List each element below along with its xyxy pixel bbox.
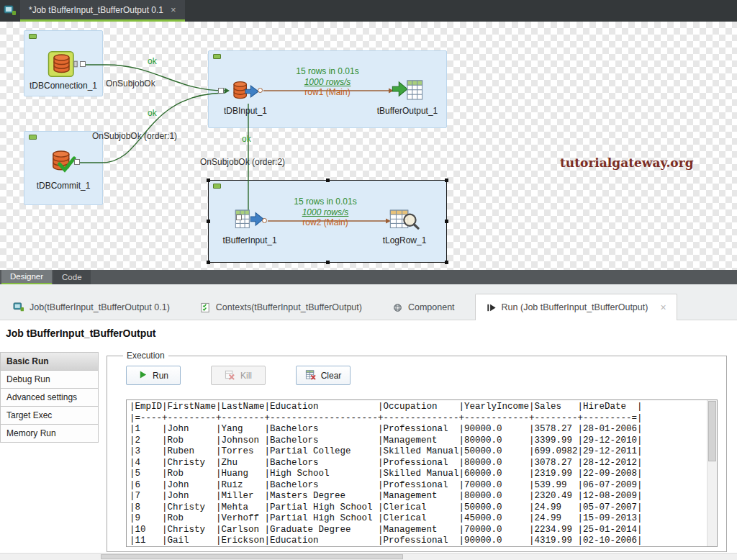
tab-designer-label: Designer <box>10 272 43 281</box>
sidebar-item-basic-run[interactable]: Basic Run <box>0 352 99 371</box>
sidebar-item-debug-run[interactable]: Debug Run <box>0 370 99 389</box>
trigger-connector[interactable] <box>80 61 86 67</box>
editor-tab-close-icon[interactable]: × <box>171 4 176 15</box>
editor-tabbar: *Job tBufferInput_tBufferOutput 0.1 × <box>0 0 737 22</box>
subjob-collapse-indicator[interactable] <box>213 184 221 189</box>
execution-console[interactable]: |EmpID|FirstName|LastName|Education |Occ… <box>126 399 718 547</box>
component-label-tbufferoutput[interactable]: tBufferOutput_1 <box>377 106 438 116</box>
scrollbar-thumb[interactable] <box>101 554 403 559</box>
trigger-connector[interactable] <box>236 214 242 220</box>
component-label-tdbconnection[interactable]: tDBConnection_1 <box>30 81 97 91</box>
editor-tab-job[interactable]: *Job tBufferInput_tBufferOutput 0.1 × <box>20 0 185 22</box>
component-view-icon <box>392 302 403 313</box>
editor-mode-bar: Designer Code <box>0 270 737 284</box>
component-label-tbufferinput[interactable]: tBufferInput_1 <box>222 235 276 245</box>
run-button[interactable]: Run <box>126 366 181 385</box>
tab-component-view-label: Component <box>408 302 455 312</box>
row2-rate: 1000 rows/s <box>302 207 349 217</box>
sidebar-item-memory-run[interactable]: Memory Run <box>0 424 99 443</box>
execution-toolbar: Run Kill Clear <box>126 366 351 385</box>
trigger-connector[interactable] <box>218 88 224 94</box>
watermark-text: tutorialgateway.org <box>560 155 694 170</box>
play-icon <box>138 370 148 381</box>
row2-link-label[interactable]: row2 (Main) <box>302 217 348 227</box>
subjob-collapse-indicator[interactable] <box>213 54 221 59</box>
tdbcommit-icon[interactable] <box>49 148 76 178</box>
row1-rate: 1000 rows/s <box>304 77 351 87</box>
run-tab-close-icon[interactable]: × <box>660 302 666 313</box>
kill-button-label: Kill <box>240 371 252 381</box>
resize-handle[interactable] <box>207 179 210 182</box>
tab-contexts-view-label: Contexts(tBufferInput_tBufferOutput) <box>216 302 362 312</box>
tab-designer[interactable]: Designer <box>1 270 52 284</box>
component-label-tdbcommit[interactable]: tDBCommit_1 <box>37 181 91 191</box>
tab-code-label: Code <box>62 273 82 281</box>
resize-handle[interactable] <box>326 179 330 182</box>
sidebar-item-target-exec[interactable]: Target Exec <box>0 406 99 425</box>
tab-run-view-label: Run (Job tBufferInput_tBufferOutput) <box>502 302 648 312</box>
resize-handle[interactable] <box>445 220 448 223</box>
console-vertical-scrollbar[interactable] <box>707 400 717 546</box>
tab-component-view[interactable]: Component <box>382 295 465 320</box>
subjob-collapse-indicator[interactable] <box>29 135 37 140</box>
execution-group-label: Execution <box>123 351 168 361</box>
row2-stats: 15 rows in 0.01s <box>294 197 356 207</box>
run-view-icon <box>486 302 497 313</box>
clear-button-label: Clear <box>321 371 342 381</box>
tab-run-view[interactable]: Run (Job tBufferInput_tBufferOutput) × <box>475 294 677 320</box>
tab-code[interactable]: Code <box>53 270 91 284</box>
clear-icon <box>305 369 316 382</box>
design-canvas[interactable]: tDBConnection_1 tDBCommit_1 tDBInput_1 t… <box>0 22 737 270</box>
scrollbar-thumb[interactable] <box>708 401 716 461</box>
run-view-panel: Job tBufferInput_tBufferOutput Basic Run… <box>0 320 737 560</box>
row1-stats: 15 rows in 0.01s <box>296 66 358 76</box>
kill-icon <box>225 369 235 382</box>
resize-handle[interactable] <box>207 220 210 223</box>
resize-handle[interactable] <box>445 179 448 182</box>
tdbinput-icon[interactable] <box>231 79 260 106</box>
job-view-icon <box>13 302 24 312</box>
tab-job-view[interactable]: Job(tBufferInput_tBufferOutput 0.1) <box>3 295 180 320</box>
tbufferoutput-icon[interactable] <box>392 76 423 106</box>
view-tabbar: Job(tBufferInput_tBufferOutput 0.1) Cont… <box>0 284 737 320</box>
run-job-title: Job tBufferInput_tBufferOutput <box>6 328 155 339</box>
link-status-ok: ok <box>148 108 157 118</box>
sidebar-item-advanced-settings[interactable]: Advanced settings <box>0 388 99 407</box>
row-connector[interactable] <box>258 88 263 93</box>
component-label-tdbinput[interactable]: tDBInput_1 <box>224 106 267 116</box>
subjob-collapse-indicator[interactable] <box>29 34 37 39</box>
resize-handle[interactable] <box>445 261 448 264</box>
panel-horizontal-scrollbar[interactable] <box>0 553 737 560</box>
tbufferinput-icon[interactable] <box>235 207 265 234</box>
resize-handle[interactable] <box>326 261 330 264</box>
link-label-onsubjobok-order2[interactable]: OnSubjobOk (order:2) <box>200 157 285 167</box>
trigger-connector[interactable] <box>74 159 80 165</box>
component-label-tlogrow[interactable]: tLogRow_1 <box>383 235 427 245</box>
kill-button[interactable]: Kill <box>211 366 266 385</box>
link-label-onsubjobok-order1[interactable]: OnSubjobOk (order:1) <box>92 131 177 141</box>
row1-link-label[interactable]: row1 (Main) <box>304 87 350 97</box>
tab-job-view-label: Job(tBufferInput_tBufferOutput 0.1) <box>30 302 170 312</box>
editor-tab-title: *Job tBufferInput_tBufferOutput 0.1 <box>29 5 163 15</box>
tab-contexts-view[interactable]: Contexts(tBufferInput_tBufferOutput) <box>190 295 372 320</box>
execution-group: Execution Run Kill Clear |EmpID|FirstNam… <box>107 356 727 552</box>
clear-button[interactable]: Clear <box>296 366 351 385</box>
run-sidebar: Basic Run Debug Run Advanced settings Ta… <box>0 353 99 443</box>
link-status-ok: ok <box>242 134 251 144</box>
tdbconnection-icon[interactable] <box>48 50 78 80</box>
row-connector[interactable] <box>262 218 267 223</box>
tlogrow-icon[interactable] <box>389 207 420 234</box>
run-button-label: Run <box>153 371 168 381</box>
link-label-onsubjobok[interactable]: OnSubjobOk <box>106 78 155 89</box>
console-output: |EmpID|FirstName|LastName|Education |Occ… <box>127 400 707 546</box>
resize-handle[interactable] <box>207 261 210 264</box>
link-status-ok: ok <box>148 56 157 66</box>
contexts-view-icon <box>200 302 211 313</box>
job-window-icon <box>0 0 20 22</box>
